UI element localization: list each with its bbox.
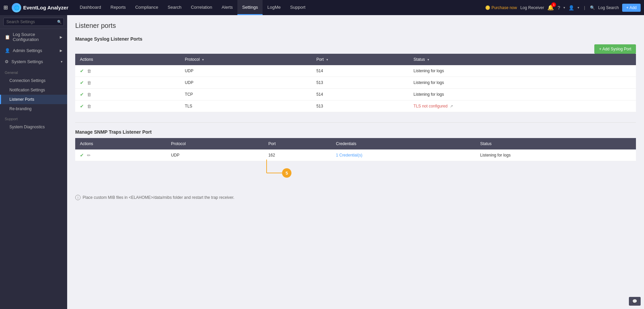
- syslog-actions-3: ✔ 🗑: [75, 100, 180, 112]
- nav-alerts[interactable]: Alerts: [217, 0, 237, 15]
- notification-bell[interactable]: 🔔 1: [547, 4, 554, 11]
- log-search-icon[interactable]: 🔍: [590, 5, 595, 10]
- sidebar-subitem-notification[interactable]: Notification Settings: [0, 85, 67, 95]
- admin-arrow: ▶: [60, 49, 62, 52]
- syslog-actions-1: ✔ 🗑: [75, 77, 180, 89]
- user-arrow: ▾: [578, 6, 579, 9]
- app-logo: ⊞ 🌐 EventLog Analyzer: [3, 3, 68, 12]
- section-divider: [75, 122, 636, 123]
- snmp-protocol-0: UDP: [166, 149, 264, 161]
- syslog-status-2: Listening for logs: [409, 89, 636, 100]
- feedback-button[interactable]: 💬: [629, 297, 641, 306]
- col-actions: Actions: [75, 54, 180, 65]
- nav-reports[interactable]: Reports: [106, 0, 131, 15]
- sidebar-subitem-rebranding[interactable]: Re-branding: [0, 104, 67, 114]
- main-content: Listener ports Manage Syslog Listener Po…: [67, 15, 644, 309]
- purchase-now-link[interactable]: 🪙 Purchase now: [485, 5, 517, 10]
- log-source-arrow: ▶: [60, 35, 62, 39]
- syslog-row-2: ✔ 🗑 TCP 514 Listening for logs: [75, 89, 636, 100]
- tls-external-link[interactable]: ↗: [450, 104, 453, 108]
- support-section-label: Support: [0, 114, 67, 122]
- nav-logme[interactable]: LogMe: [263, 0, 285, 15]
- user-icon[interactable]: 👤: [568, 5, 574, 10]
- syslog-port-0: 514: [312, 65, 409, 77]
- help-icon[interactable]: ?: [557, 5, 560, 10]
- search-icon: 🔍: [57, 20, 62, 24]
- svg-text:5: 5: [285, 171, 288, 176]
- sidebar-subitem-connection[interactable]: Connection Settings: [0, 76, 67, 85]
- delete-icon-2[interactable]: 🗑: [87, 92, 91, 97]
- tls-warn-text: TLS not configured: [414, 104, 448, 108]
- annotation-svg: 5: [267, 160, 307, 180]
- snmp-credentials-0: 1 Credential(s): [331, 149, 475, 161]
- enable-icon-1[interactable]: ✔: [80, 80, 84, 85]
- syslog-table-header: Actions Protocol ▾ Port ▾ Status ▾: [75, 54, 636, 65]
- sidebar-system-settings-label: System Settings: [11, 59, 43, 64]
- nav-compliance[interactable]: Compliance: [131, 0, 163, 15]
- system-settings-icon: ⚙: [5, 59, 9, 64]
- nav-correlation[interactable]: Correlation: [186, 0, 217, 15]
- snmp-col-status: Status: [475, 138, 636, 149]
- sidebar-subitem-listener-ports[interactable]: Listener Ports: [0, 95, 67, 104]
- syslog-port-2: 514: [312, 89, 409, 100]
- delete-icon-0[interactable]: 🗑: [87, 69, 91, 74]
- col-status[interactable]: Status ▾: [409, 54, 636, 65]
- app-name: EventLog Analyzer: [23, 5, 68, 10]
- enable-icon-0[interactable]: ✔: [80, 68, 84, 74]
- system-settings-arrow: ▾: [61, 60, 62, 63]
- add-button[interactable]: + Add: [622, 4, 641, 12]
- delete-icon-3[interactable]: 🗑: [87, 104, 91, 109]
- sidebar-admin-label: Admin Settings: [13, 48, 42, 53]
- snmp-edit-icon[interactable]: ✏: [87, 153, 91, 158]
- nav-dashboard[interactable]: Dashboard: [75, 0, 106, 15]
- sidebar-item-log-source[interactable]: 📋 Log Source Configuration ▶: [0, 29, 67, 45]
- info-message: i Place custom MIB files in <ELAHOME>/da…: [75, 195, 636, 200]
- credentials-link[interactable]: 1 Credential(s): [336, 153, 362, 158]
- snmp-col-credentials: Credentials: [331, 138, 475, 149]
- nav-search[interactable]: Search: [163, 0, 186, 15]
- main-layout: 🔍 📋 Log Source Configuration ▶ 👤 Admin S…: [0, 15, 644, 309]
- sidebar-item-system-settings[interactable]: ⚙ System Settings ▾: [0, 56, 67, 67]
- snmp-enable-icon[interactable]: ✔: [80, 152, 84, 158]
- log-search-btn[interactable]: Log Search: [598, 5, 619, 10]
- main-nav: Dashboard Reports Compliance Search Corr…: [75, 0, 485, 15]
- syslog-actions-2: ✔ 🗑: [75, 89, 180, 100]
- syslog-status-1: Listening for logs: [409, 77, 636, 89]
- col-port[interactable]: Port ▾: [312, 54, 409, 65]
- syslog-port-1: 513: [312, 77, 409, 89]
- enable-icon-3[interactable]: ✔: [80, 103, 84, 109]
- sidebar-log-source-label: Log Source Configuration: [13, 32, 57, 42]
- syslog-row-1: ✔ 🗑 UDP 513 Listening for logs: [75, 77, 636, 89]
- syslog-port-3: 513: [312, 100, 409, 112]
- add-syslog-port-button[interactable]: + Add Syslog Port: [594, 44, 636, 54]
- sidebar-subitem-diagnostics[interactable]: System Diagnostics: [0, 122, 67, 132]
- log-source-icon: 📋: [5, 35, 10, 40]
- delete-icon-1[interactable]: 🗑: [87, 80, 91, 85]
- info-icon: i: [75, 195, 81, 200]
- grid-icon[interactable]: ⊞: [3, 4, 8, 11]
- nav-settings[interactable]: Settings: [237, 0, 263, 15]
- syslog-protocol-0: UDP: [180, 65, 312, 77]
- col-protocol[interactable]: Protocol ▾: [180, 54, 312, 65]
- annotation-area: 5: [75, 171, 636, 191]
- enable-icon-2[interactable]: ✔: [80, 92, 84, 97]
- snmp-col-port: Port: [264, 138, 331, 149]
- snmp-status-0: Listening for logs: [475, 149, 636, 161]
- sidebar-item-admin[interactable]: 👤 Admin Settings ▶: [0, 45, 67, 56]
- snmp-actions-0: ✔ ✏: [75, 149, 166, 161]
- syslog-row-3: ✔ 🗑 TLS 513 TLS not configured ↗: [75, 100, 636, 112]
- logo-icon: 🌐: [12, 3, 21, 12]
- syslog-status-0: Listening for logs: [409, 65, 636, 77]
- syslog-status-3: TLS not configured ↗: [409, 100, 636, 112]
- search-settings-input[interactable]: [3, 18, 64, 26]
- page-title: Listener ports: [75, 22, 636, 30]
- sidebar: 🔍 📋 Log Source Configuration ▶ 👤 Admin S…: [0, 15, 67, 309]
- snmp-table-header: Actions Protocol Port Credentials Status: [75, 138, 636, 149]
- snmp-col-actions: Actions: [75, 138, 166, 149]
- syslog-section-header: Manage Syslog Listener Ports + Add Syslo…: [75, 36, 636, 54]
- nav-support[interactable]: Support: [285, 0, 310, 15]
- log-receiver-link[interactable]: Log Receiver: [520, 5, 544, 10]
- snmp-col-protocol: Protocol: [166, 138, 264, 149]
- topbar: ⊞ 🌐 EventLog Analyzer Dashboard Reports …: [0, 0, 644, 15]
- sidebar-search-section: 🔍: [0, 15, 67, 29]
